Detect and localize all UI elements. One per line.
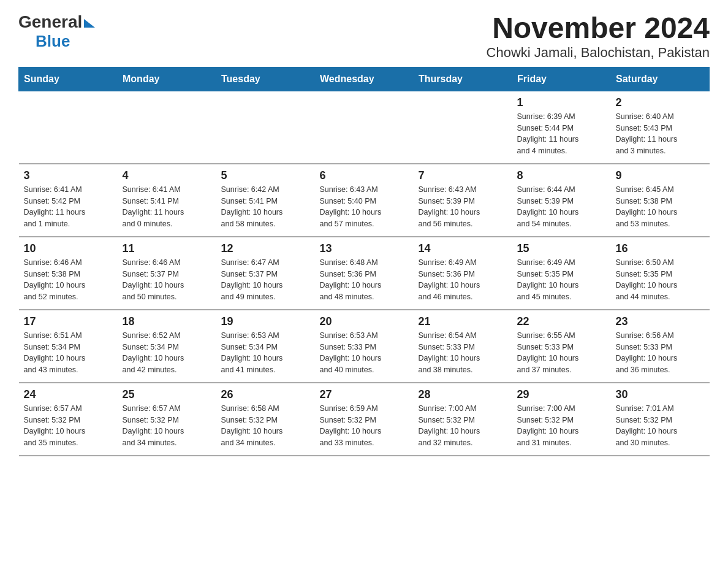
day-number: 22 — [517, 315, 606, 328]
day-info: Sunrise: 6:40 AMSunset: 5:43 PMDaylight:… — [616, 111, 705, 157]
calendar-cell — [19, 91, 118, 164]
day-info: Sunrise: 6:41 AMSunset: 5:42 PMDaylight:… — [24, 184, 113, 230]
day-number: 6 — [320, 169, 409, 182]
day-number: 2 — [616, 96, 705, 109]
calendar-cell — [315, 91, 414, 164]
calendar-cell: 16Sunrise: 6:50 AMSunset: 5:35 PMDayligh… — [611, 237, 710, 310]
day-info: Sunrise: 7:00 AMSunset: 5:32 PMDaylight:… — [419, 403, 507, 449]
header-sunday: Sunday — [19, 67, 118, 91]
day-number: 23 — [616, 315, 705, 328]
calendar-cell: 2Sunrise: 6:40 AMSunset: 5:43 PMDaylight… — [611, 91, 710, 164]
day-number: 11 — [123, 242, 211, 255]
day-number: 21 — [419, 315, 507, 328]
calendar-cell — [216, 91, 315, 164]
day-info: Sunrise: 6:50 AMSunset: 5:35 PMDaylight:… — [616, 257, 705, 303]
calendar-cell: 11Sunrise: 6:46 AMSunset: 5:37 PMDayligh… — [118, 237, 216, 310]
day-number: 24 — [24, 388, 113, 401]
day-number: 27 — [320, 388, 409, 401]
calendar-subtitle: Chowki Jamali, Balochistan, Pakistan — [487, 45, 710, 61]
day-info: Sunrise: 6:45 AMSunset: 5:38 PMDaylight:… — [616, 184, 705, 230]
day-number: 1 — [517, 96, 606, 109]
calendar-cell: 7Sunrise: 6:43 AMSunset: 5:39 PMDaylight… — [414, 164, 512, 237]
day-info: Sunrise: 7:00 AMSunset: 5:32 PMDaylight:… — [517, 403, 606, 449]
day-number: 7 — [419, 169, 507, 182]
day-number: 14 — [419, 242, 507, 255]
calendar-cell: 20Sunrise: 6:53 AMSunset: 5:33 PMDayligh… — [315, 310, 414, 383]
header-saturday: Saturday — [611, 67, 710, 91]
calendar-week-row: 1Sunrise: 6:39 AMSunset: 5:44 PMDaylight… — [19, 91, 710, 164]
day-info: Sunrise: 6:57 AMSunset: 5:32 PMDaylight:… — [24, 403, 113, 449]
day-number: 4 — [123, 169, 211, 182]
calendar-cell: 24Sunrise: 6:57 AMSunset: 5:32 PMDayligh… — [19, 383, 118, 456]
calendar-cell — [118, 91, 216, 164]
day-info: Sunrise: 6:58 AMSunset: 5:32 PMDaylight:… — [221, 403, 310, 449]
day-number: 10 — [24, 242, 113, 255]
calendar-cell: 21Sunrise: 6:54 AMSunset: 5:33 PMDayligh… — [414, 310, 512, 383]
day-info: Sunrise: 6:42 AMSunset: 5:41 PMDaylight:… — [221, 184, 310, 230]
day-info: Sunrise: 6:47 AMSunset: 5:37 PMDaylight:… — [221, 257, 310, 303]
logo-arrow-icon — [84, 19, 95, 28]
day-info: Sunrise: 6:39 AMSunset: 5:44 PMDaylight:… — [517, 111, 606, 157]
calendar-cell: 14Sunrise: 6:49 AMSunset: 5:36 PMDayligh… — [414, 237, 512, 310]
day-info: Sunrise: 6:53 AMSunset: 5:33 PMDaylight:… — [320, 330, 409, 376]
calendar-cell: 26Sunrise: 6:58 AMSunset: 5:32 PMDayligh… — [216, 383, 315, 456]
calendar-cell: 5Sunrise: 6:42 AMSunset: 5:41 PMDaylight… — [216, 164, 315, 237]
header-thursday: Thursday — [414, 67, 512, 91]
calendar-cell — [414, 91, 512, 164]
day-number: 5 — [221, 169, 310, 182]
header-wednesday: Wednesday — [315, 67, 414, 91]
day-number: 8 — [517, 169, 606, 182]
day-info: Sunrise: 6:49 AMSunset: 5:36 PMDaylight:… — [419, 257, 507, 303]
calendar-table: Sunday Monday Tuesday Wednesday Thursday… — [18, 67, 710, 456]
day-info: Sunrise: 6:49 AMSunset: 5:35 PMDaylight:… — [517, 257, 606, 303]
day-number: 3 — [24, 169, 113, 182]
calendar-cell: 10Sunrise: 6:46 AMSunset: 5:38 PMDayligh… — [19, 237, 118, 310]
calendar-cell: 18Sunrise: 6:52 AMSunset: 5:34 PMDayligh… — [118, 310, 216, 383]
day-info: Sunrise: 6:59 AMSunset: 5:32 PMDaylight:… — [320, 403, 409, 449]
calendar-title: November 2024 — [487, 12, 710, 45]
day-info: Sunrise: 6:41 AMSunset: 5:41 PMDaylight:… — [123, 184, 211, 230]
day-number: 26 — [221, 388, 310, 401]
calendar-week-row: 3Sunrise: 6:41 AMSunset: 5:42 PMDaylight… — [19, 164, 710, 237]
day-number: 12 — [221, 242, 310, 255]
calendar-week-row: 10Sunrise: 6:46 AMSunset: 5:38 PMDayligh… — [19, 237, 710, 310]
calendar-cell: 27Sunrise: 6:59 AMSunset: 5:32 PMDayligh… — [315, 383, 414, 456]
calendar-cell: 3Sunrise: 6:41 AMSunset: 5:42 PMDaylight… — [19, 164, 118, 237]
header-monday: Monday — [118, 67, 216, 91]
calendar-cell: 9Sunrise: 6:45 AMSunset: 5:38 PMDaylight… — [611, 164, 710, 237]
logo-general-text: General — [18, 12, 82, 32]
header-tuesday: Tuesday — [216, 67, 315, 91]
calendar-cell: 19Sunrise: 6:53 AMSunset: 5:34 PMDayligh… — [216, 310, 315, 383]
day-number: 16 — [616, 242, 705, 255]
day-number: 20 — [320, 315, 409, 328]
day-info: Sunrise: 6:46 AMSunset: 5:37 PMDaylight:… — [123, 257, 211, 303]
day-number: 25 — [123, 388, 211, 401]
day-info: Sunrise: 6:43 AMSunset: 5:40 PMDaylight:… — [320, 184, 409, 230]
calendar-cell: 28Sunrise: 7:00 AMSunset: 5:32 PMDayligh… — [414, 383, 512, 456]
day-info: Sunrise: 6:52 AMSunset: 5:34 PMDaylight:… — [123, 330, 211, 376]
day-info: Sunrise: 7:01 AMSunset: 5:32 PMDaylight:… — [616, 403, 705, 449]
calendar-week-row: 24Sunrise: 6:57 AMSunset: 5:32 PMDayligh… — [19, 383, 710, 456]
day-info: Sunrise: 6:56 AMSunset: 5:33 PMDaylight:… — [616, 330, 705, 376]
day-info: Sunrise: 6:55 AMSunset: 5:33 PMDaylight:… — [517, 330, 606, 376]
calendar-cell: 12Sunrise: 6:47 AMSunset: 5:37 PMDayligh… — [216, 237, 315, 310]
logo-blue-text: Blue — [36, 32, 70, 50]
logo: General Blue — [18, 12, 95, 51]
day-number: 18 — [123, 315, 211, 328]
calendar-cell: 8Sunrise: 6:44 AMSunset: 5:39 PMDaylight… — [512, 164, 611, 237]
day-number: 15 — [517, 242, 606, 255]
day-number: 13 — [320, 242, 409, 255]
day-info: Sunrise: 6:48 AMSunset: 5:36 PMDaylight:… — [320, 257, 409, 303]
calendar-cell: 6Sunrise: 6:43 AMSunset: 5:40 PMDaylight… — [315, 164, 414, 237]
day-number: 17 — [24, 315, 113, 328]
page-header: General Blue November 2024 Chowki Jamali… — [18, 12, 710, 61]
day-info: Sunrise: 6:46 AMSunset: 5:38 PMDaylight:… — [24, 257, 113, 303]
day-number: 28 — [419, 388, 507, 401]
header-friday: Friday — [512, 67, 611, 91]
day-number: 9 — [616, 169, 705, 182]
calendar-cell: 23Sunrise: 6:56 AMSunset: 5:33 PMDayligh… — [611, 310, 710, 383]
calendar-cell: 15Sunrise: 6:49 AMSunset: 5:35 PMDayligh… — [512, 237, 611, 310]
calendar-cell: 30Sunrise: 7:01 AMSunset: 5:32 PMDayligh… — [611, 383, 710, 456]
calendar-week-row: 17Sunrise: 6:51 AMSunset: 5:34 PMDayligh… — [19, 310, 710, 383]
day-number: 30 — [616, 388, 705, 401]
